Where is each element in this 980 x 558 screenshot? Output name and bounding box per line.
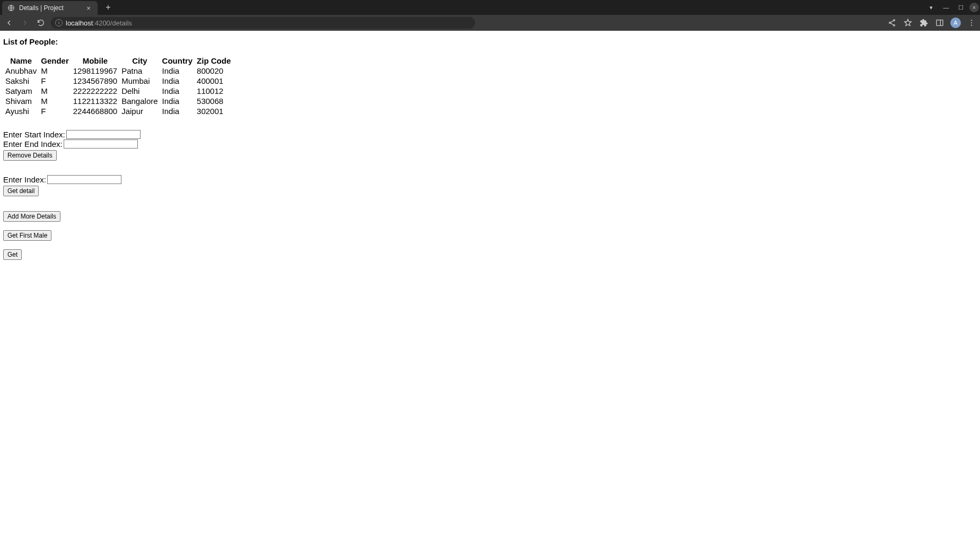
cell-zip: 302001 [195,106,233,116]
close-window-button[interactable]: × [969,3,979,12]
cell-name: Anubhav [3,66,39,76]
svg-point-6 [971,20,972,21]
col-mobile: Mobile [71,56,119,66]
url-text: localhost:4200/details [66,19,132,27]
address-bar[interactable]: i localhost:4200/details [51,17,475,29]
col-country: Country [160,56,195,66]
cell-gender: F [39,106,71,116]
start-index-input[interactable] [66,130,141,139]
back-button[interactable] [3,17,15,29]
tab-bar: Details | Project × + ▾ — ☐ × [0,0,980,15]
cell-name: Shivam [3,96,39,106]
cell-mobile: 2222222222 [71,86,119,96]
globe-icon [7,4,15,12]
cell-zip: 800020 [195,66,233,76]
cell-zip: 530068 [195,96,233,106]
cell-gender: M [39,96,71,106]
cell-zip: 110012 [195,86,233,96]
col-zipcode: Zip Code [195,56,233,66]
cell-country: India [160,96,195,106]
cell-city: Bangalore [119,96,160,106]
svg-point-2 [889,22,891,24]
table-row: SatyamM2222222222DelhiIndia110012 [3,86,233,96]
table-row: SakshiF1234567890MumbaiIndia400001 [3,76,233,86]
end-index-label: Enter End Index: [3,140,63,149]
page-content: List of People: Name Gender Mobile City … [0,31,980,263]
svg-point-3 [894,24,895,26]
col-gender: Gender [39,56,71,66]
cell-mobile: 1122113322 [71,96,119,106]
svg-point-8 [971,25,972,26]
chevron-down-icon[interactable]: ▾ [925,2,938,13]
add-more-details-button[interactable]: Add More Details [3,211,60,222]
page-heading: List of People: [3,37,977,46]
cell-mobile: 1298119967 [71,66,119,76]
cell-mobile: 2244668800 [71,106,119,116]
table-row: AyushiF2244668800JaipurIndia302001 [3,106,233,116]
tab-title: Details | Project [19,4,81,12]
remove-section: Enter Start Index: Enter End Index: Remo… [3,130,977,161]
index-input[interactable] [47,175,121,184]
svg-point-7 [971,22,972,23]
menu-icon[interactable] [966,18,977,28]
cell-name: Ayushi [3,106,39,116]
cell-city: Delhi [119,86,160,96]
col-name: Name [3,56,39,66]
cell-zip: 400001 [195,76,233,86]
extensions-icon[interactable] [918,18,929,28]
cell-city: Jaipur [119,106,160,116]
url-path: :4200/details [93,19,132,27]
cell-city: Patna [119,66,160,76]
minimize-button[interactable]: — [940,2,952,13]
svg-rect-4 [937,20,943,26]
toolbar-right-icons: A [887,18,977,28]
index-label: Enter Index: [3,175,46,184]
table-header-row: Name Gender Mobile City Country Zip Code [3,56,233,66]
cell-country: India [160,76,195,86]
sidepanel-icon[interactable] [934,18,945,28]
star-icon[interactable] [903,18,913,28]
cell-mobile: 1234567890 [71,76,119,86]
cell-country: India [160,86,195,96]
avatar[interactable]: A [950,18,961,28]
window-controls: ▾ — ☐ × [925,0,979,15]
cell-city: Mumbai [119,76,160,86]
table-row: ShivamM1122113322BangaloreIndia530068 [3,96,233,106]
cell-gender: M [39,66,71,76]
get-first-male-button[interactable]: Get First Male [3,230,51,241]
people-table: Name Gender Mobile City Country Zip Code… [3,56,233,116]
close-icon[interactable]: × [85,4,92,12]
browser-chrome: Details | Project × + ▾ — ☐ × i localhos… [0,0,980,31]
table-row: AnubhavM1298119967PatnaIndia800020 [3,66,233,76]
remove-details-button[interactable]: Remove Details [3,150,57,161]
browser-tab[interactable]: Details | Project × [2,1,98,15]
end-index-input[interactable] [64,140,138,149]
svg-point-1 [894,20,895,21]
maximize-button[interactable]: ☐ [955,2,967,13]
new-tab-button[interactable]: + [103,3,113,12]
share-icon[interactable] [887,18,897,28]
get-button[interactable]: Get [3,249,22,260]
forward-button[interactable] [19,17,31,29]
url-host: localhost [66,19,93,27]
cell-name: Sakshi [3,76,39,86]
cell-gender: M [39,86,71,96]
get-section: Enter Index: Get detail [3,175,977,196]
cell-country: India [160,106,195,116]
cell-name: Satyam [3,86,39,96]
reload-button[interactable] [35,17,47,29]
browser-toolbar: i localhost:4200/details A [0,15,980,31]
start-index-label: Enter Start Index: [3,130,65,139]
info-icon[interactable]: i [55,19,63,27]
cell-country: India [160,66,195,76]
cell-gender: F [39,76,71,86]
col-city: City [119,56,160,66]
get-detail-button[interactable]: Get detail [3,186,39,196]
